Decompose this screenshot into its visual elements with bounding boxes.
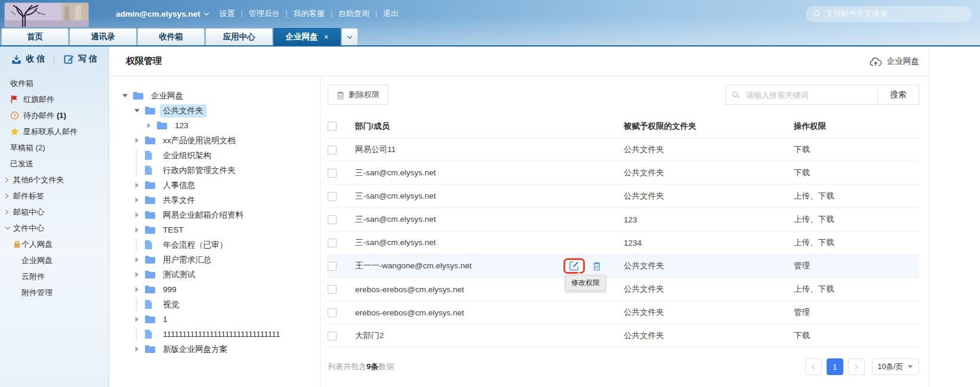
next-page-button[interactable] bbox=[848, 358, 865, 375]
tab-enterprise-drive[interactable]: 企业网盘× bbox=[273, 28, 341, 45]
table-row[interactable]: 三-san@cm.elysys.net公共文件夹上传、下载 bbox=[328, 185, 919, 208]
tree-node[interactable]: 新版企业网盘方案 bbox=[122, 342, 320, 357]
row-checkbox[interactable] bbox=[328, 215, 337, 224]
tree-node[interactable]: 共享文件 bbox=[122, 193, 320, 208]
folder-icon bbox=[144, 135, 156, 145]
enterprise-drive-link[interactable]: 企业网盘 bbox=[870, 56, 919, 67]
table-row[interactable]: 王一一-wangone@cm.elysys.net修改权限公共文件夹管理 bbox=[328, 255, 919, 278]
keyword-search-field bbox=[725, 85, 877, 105]
tree-node[interactable]: TEST bbox=[122, 222, 320, 237]
caret-down-icon bbox=[134, 103, 144, 118]
receive-mail-button[interactable]: 收 信 bbox=[11, 54, 45, 64]
sidebar-item-9[interactable]: 文件中心 bbox=[0, 220, 109, 236]
delete-permission-button[interactable]: 删除权限 bbox=[328, 85, 389, 105]
tree-node[interactable]: 111111111111111111111111111111 bbox=[122, 327, 320, 342]
tree-node[interactable]: xx产品使用说明文档 bbox=[122, 133, 320, 148]
sidebar-item-1[interactable]: 红旗邮件 bbox=[0, 91, 109, 107]
page-size-select[interactable]: 10条/页 bbox=[872, 358, 919, 375]
sidebar-item-label: 草稿箱 (2) bbox=[10, 143, 45, 153]
row-checkbox[interactable] bbox=[328, 262, 337, 271]
topbar-link-settings[interactable]: 设置 bbox=[219, 8, 235, 19]
topbar-link-customer-service[interactable]: 我的客服 bbox=[294, 8, 325, 19]
tree-node[interactable]: 1 bbox=[122, 312, 320, 327]
tab-inbox[interactable]: 收件箱 bbox=[137, 28, 205, 45]
sidebar-item-5[interactable]: 已发送 bbox=[0, 156, 109, 172]
checkbox-cell bbox=[328, 285, 355, 294]
menu-separator: | bbox=[241, 10, 242, 18]
sidebar-item-6[interactable]: 其他6个文件夹 bbox=[0, 172, 109, 188]
mail-search-input[interactable]: 支持邮件全文搜索 bbox=[806, 6, 972, 22]
tree-node[interactable]: 测试测试 bbox=[122, 267, 320, 282]
member-name: 王一一-wangone@cm.elysys.net bbox=[355, 261, 471, 270]
sidebar-item-label: 文件中心 bbox=[13, 223, 44, 234]
table-row[interactable]: erebos-erebos@cm.elysys.net公共文件夹上传、下载 bbox=[328, 278, 919, 301]
topbar-link-logout[interactable]: 退出 bbox=[383, 8, 399, 19]
tree-node[interactable]: 企业组织架构 bbox=[122, 148, 320, 163]
chevron-right-icon bbox=[854, 364, 858, 370]
tree-node[interactable]: 999 bbox=[122, 282, 320, 297]
tree-node[interactable]: 公共文件夹 bbox=[122, 103, 320, 118]
caret-right-icon bbox=[134, 267, 144, 282]
tab-app-center[interactable]: 应用中心 bbox=[205, 28, 273, 45]
sidebar-item-13[interactable]: 附件管理 bbox=[0, 284, 109, 301]
account-menu[interactable]: admin@cm.elysys.net bbox=[116, 10, 209, 18]
row-checkbox[interactable] bbox=[328, 308, 337, 317]
row-checkbox[interactable] bbox=[328, 239, 337, 247]
prev-page-button[interactable] bbox=[805, 358, 822, 375]
tree-node[interactable]: 123 bbox=[122, 118, 320, 133]
table-row[interactable]: 三-san@cm.elysys.net1234上传、下载 bbox=[328, 231, 919, 255]
table-row[interactable]: 三-san@cm.elysys.net公共文件夹下载 bbox=[328, 162, 919, 185]
member-cell: 三-san@cm.elysys.net bbox=[355, 214, 624, 225]
tree-node[interactable]: 用户需求汇总 bbox=[122, 252, 320, 267]
sidebar-item-7[interactable]: 邮件标签 bbox=[0, 188, 109, 204]
tree-node-label: 公共文件夹 bbox=[160, 104, 207, 117]
tab-home[interactable]: 首页 bbox=[1, 28, 69, 45]
row-checkbox[interactable] bbox=[328, 192, 337, 201]
tab-list-dropdown[interactable] bbox=[341, 28, 358, 45]
tree-node[interactable]: 企业网盘 bbox=[122, 88, 320, 103]
sidebar-item-label: 待办邮件 bbox=[23, 110, 54, 121]
tree-guide-line bbox=[134, 163, 144, 178]
select-all-checkbox[interactable] bbox=[328, 122, 337, 131]
search-button[interactable]: 搜索 bbox=[877, 85, 919, 105]
caret-right-icon bbox=[134, 312, 144, 327]
tab-close-icon[interactable]: × bbox=[323, 33, 328, 41]
sidebar-item-12[interactable]: 云附件 bbox=[0, 268, 109, 284]
folder-icon bbox=[144, 210, 156, 220]
table-row[interactable]: 大部门2公共文件夹下载 bbox=[328, 324, 919, 348]
table-row[interactable]: erebos-erebos@cm.elysys.net公共文件夹管理 bbox=[328, 301, 919, 324]
write-mail-button[interactable]: 写 信 bbox=[64, 54, 97, 64]
row-checkbox[interactable] bbox=[328, 169, 337, 178]
edit-permission-icon[interactable] bbox=[569, 261, 579, 271]
tab-contacts[interactable]: 通讯录 bbox=[69, 28, 137, 45]
tree-node[interactable]: 人事信息 bbox=[122, 178, 320, 193]
folder-cell: 公共文件夹 bbox=[624, 330, 794, 341]
sidebar-item-2[interactable]: 待办邮件(1) bbox=[0, 107, 109, 123]
row-checkbox[interactable] bbox=[328, 332, 337, 340]
sidebar-item-label: 收件箱 bbox=[10, 78, 33, 89]
sidebar-item-4[interactable]: 草稿箱 (2) bbox=[0, 140, 109, 156]
delete-permission-icon[interactable] bbox=[593, 261, 601, 271]
keyword-search-input[interactable] bbox=[745, 90, 877, 100]
page-number-current[interactable]: 1 bbox=[827, 358, 843, 375]
sidebar-item-8[interactable]: 邮箱中心 bbox=[0, 204, 109, 220]
tab-label: 应用中心 bbox=[223, 32, 255, 42]
row-checkbox[interactable] bbox=[328, 285, 337, 294]
topbar-link-admin-console[interactable]: 管理后台 bbox=[249, 8, 280, 19]
tree-node-label: 企业组织架构 bbox=[160, 149, 214, 162]
table-row[interactable]: 三-san@cm.elysys.net123上传、下载 bbox=[328, 208, 919, 231]
table-row[interactable]: 网易公司11公共文件夹下载 bbox=[328, 138, 919, 162]
tree-node[interactable]: 年会流程（已审） bbox=[122, 237, 320, 252]
sidebar-item-3[interactable]: 星标联系人邮件 bbox=[0, 123, 109, 140]
sidebar-item-10[interactable]: 个人网盘 bbox=[0, 236, 109, 252]
sidebar-item-11[interactable]: 企业网盘 bbox=[0, 252, 109, 268]
row-checkbox[interactable] bbox=[328, 145, 337, 154]
content-row: 企业网盘公共文件夹123xx产品使用说明文档企业组织架构行政内部管理文件夹人事信… bbox=[109, 76, 929, 387]
sidebar-item-0[interactable]: 收件箱 bbox=[0, 75, 109, 91]
tree-node[interactable]: 网易企业邮箱介绍资料 bbox=[122, 208, 320, 222]
member-name: 大部门2 bbox=[355, 331, 384, 340]
topbar-link-self-query[interactable]: 自助查询 bbox=[338, 8, 369, 19]
tree-node[interactable]: 视觉 bbox=[122, 297, 320, 312]
clock-icon bbox=[10, 111, 19, 120]
tree-node[interactable]: 行政内部管理文件夹 bbox=[122, 163, 320, 178]
